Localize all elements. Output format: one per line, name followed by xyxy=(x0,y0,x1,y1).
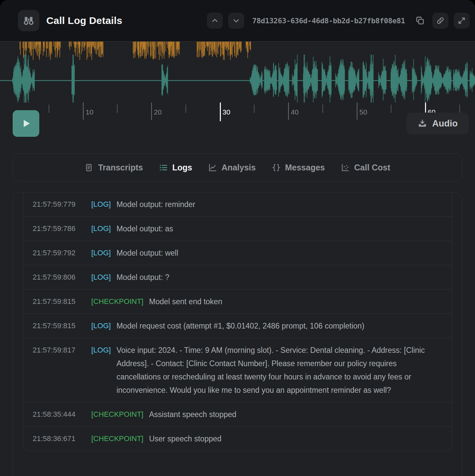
log-row: 21:57:59:815 [CHECKPOINT] Model sent end… xyxy=(23,290,452,314)
log-timestamp: 21:57:59:779 xyxy=(33,198,83,211)
chevron-up-button[interactable] xyxy=(207,13,223,29)
call-log-details-window: Call Log Details 78d13263-636d-46d8-bb2d… xyxy=(0,0,475,476)
link-icon xyxy=(436,16,445,25)
play-icon xyxy=(20,118,32,129)
chevron-up-icon xyxy=(211,16,219,25)
audio-download-button[interactable]: Audio xyxy=(406,113,469,134)
document-icon xyxy=(85,163,94,172)
log-tag: [LOG] xyxy=(91,246,111,260)
tab-label: Call Cost xyxy=(354,163,390,172)
tab-logs[interactable]: Logs xyxy=(159,163,192,172)
tab-bar: Transcripts Logs Analysis Messages Call … xyxy=(13,153,462,181)
call-id: 78d13263-636d-46d8-bb2d-b27fb8f08e81 xyxy=(252,17,405,25)
ruler-tick-label: 30 xyxy=(223,108,230,116)
ruler-tick-minor xyxy=(117,105,118,113)
log-tag: [CHECKPOINT] xyxy=(91,432,143,445)
tab-label: Messages xyxy=(285,163,325,172)
log-message: User speech stopped xyxy=(149,432,438,445)
logs-panel: 21:57:59:779 [LOG] Model output: reminde… xyxy=(13,192,462,476)
log-message: Model sent end token xyxy=(149,295,438,308)
ruler-tick-minor xyxy=(254,105,254,113)
log-row: 21:58:35:444 [CHECKPOINT] Assistant spee… xyxy=(23,402,452,427)
ruler-tick-minor xyxy=(391,105,391,113)
list-icon xyxy=(159,163,168,172)
log-row: 21:57:59:817 [LOG] Voice input: 2024. - … xyxy=(23,338,452,402)
ruler-tick-label: 40 xyxy=(291,108,298,116)
ruler-tick-10: 10 xyxy=(83,103,84,120)
expand-icon xyxy=(457,16,466,25)
ruler-tick-minor xyxy=(49,105,49,113)
tab-transcripts[interactable]: Transcripts xyxy=(85,163,143,172)
log-timestamp: 21:57:59:792 xyxy=(33,246,83,260)
log-tag: [CHECKPOINT] xyxy=(91,408,143,421)
ruler-tick-label: 10 xyxy=(86,108,93,116)
tab-messages[interactable]: Messages xyxy=(272,163,325,172)
log-row: 21:57:59:779 [LOG] Model output: reminde… xyxy=(23,192,452,217)
copy-icon xyxy=(415,16,425,25)
tab-label: Transcripts xyxy=(98,163,143,172)
ruler-tick-50: 50 xyxy=(357,103,357,120)
ruler-tick-label: 50 xyxy=(359,108,367,116)
log-tag: [LOG] xyxy=(91,319,111,333)
timeline-ruler: 102030405060 xyxy=(0,103,475,123)
link-button[interactable] xyxy=(432,13,448,29)
log-tag: [LOG] xyxy=(91,344,111,357)
log-timestamp: 21:58:36:671 xyxy=(33,432,83,445)
scatter-icon xyxy=(341,163,350,172)
tab-label: Analysis xyxy=(222,163,256,172)
log-message: Model output: well xyxy=(117,246,438,260)
log-row: 21:57:59:815 [LOG] Model request cost (a… xyxy=(23,314,452,338)
log-row: 21:57:59:792 [LOG] Model output: well xyxy=(23,241,452,265)
log-tag: [CHECKPOINT] xyxy=(91,295,143,308)
logs-table[interactable]: 21:57:59:779 [LOG] Model output: reminde… xyxy=(23,192,452,451)
log-message: Assistant speech stopped xyxy=(149,408,438,421)
ruler-tick-20: 20 xyxy=(151,103,152,120)
log-tag: [LOG] xyxy=(91,198,111,211)
chart-line-icon xyxy=(208,163,217,172)
log-timestamp: 21:58:35:444 xyxy=(33,408,83,421)
log-row: 21:57:59:806 [LOG] Model output: ? xyxy=(23,265,452,290)
download-tray-icon xyxy=(417,119,427,128)
ruler-tick-minor xyxy=(186,105,186,113)
audio-section: 102030405060 Audio xyxy=(0,42,475,141)
ruler-tick-minor xyxy=(322,105,323,113)
page-title: Call Log Details xyxy=(46,15,122,26)
tab-call-cost[interactable]: Call Cost xyxy=(341,163,390,172)
expand-button[interactable] xyxy=(454,13,470,29)
tab-label: Logs xyxy=(172,163,192,172)
log-row: 21:58:36:671 [CHECKPOINT] User speech st… xyxy=(23,427,452,451)
chevron-down-button[interactable] xyxy=(228,13,244,29)
play-button[interactable] xyxy=(13,110,39,137)
ruler-tick-label: 20 xyxy=(154,108,162,116)
chevron-down-icon xyxy=(232,16,240,25)
ruler-tick-minor xyxy=(459,105,460,113)
log-message: Model request cost (attempt #1, $0.01402… xyxy=(117,319,438,333)
log-message: Model output: reminder xyxy=(117,198,438,211)
ruler-tick-30: 30 xyxy=(220,103,221,121)
log-tag: [LOG] xyxy=(91,271,111,284)
waveform-canvas[interactable] xyxy=(0,42,475,103)
ruler-tick-40: 40 xyxy=(288,103,289,120)
log-row: 21:57:59:786 [LOG] Model output: as xyxy=(23,217,452,241)
header-actions: 78d13263-636d-46d8-bb2d-b27fb8f08e81 xyxy=(207,13,470,29)
log-tag: [LOG] xyxy=(91,222,111,235)
log-message: Model output: as xyxy=(117,222,438,235)
binoculars-icon xyxy=(18,10,39,31)
log-timestamp: 21:57:59:786 xyxy=(33,222,83,235)
tab-analysis[interactable]: Analysis xyxy=(208,163,256,172)
header: Call Log Details 78d13263-636d-46d8-bb2d… xyxy=(0,0,475,42)
log-timestamp: 21:57:59:817 xyxy=(33,344,83,357)
log-timestamp: 21:57:59:815 xyxy=(33,295,83,308)
braces-icon xyxy=(272,163,281,172)
log-message: Voice input: 2024. - Time: 9 AM (morning… xyxy=(117,344,438,397)
log-message: Model output: ? xyxy=(117,271,438,284)
copy-button[interactable] xyxy=(413,13,427,29)
log-timestamp: 21:57:59:806 xyxy=(33,271,83,284)
audio-button-label: Audio xyxy=(432,119,458,129)
log-timestamp: 21:57:59:815 xyxy=(33,319,83,333)
